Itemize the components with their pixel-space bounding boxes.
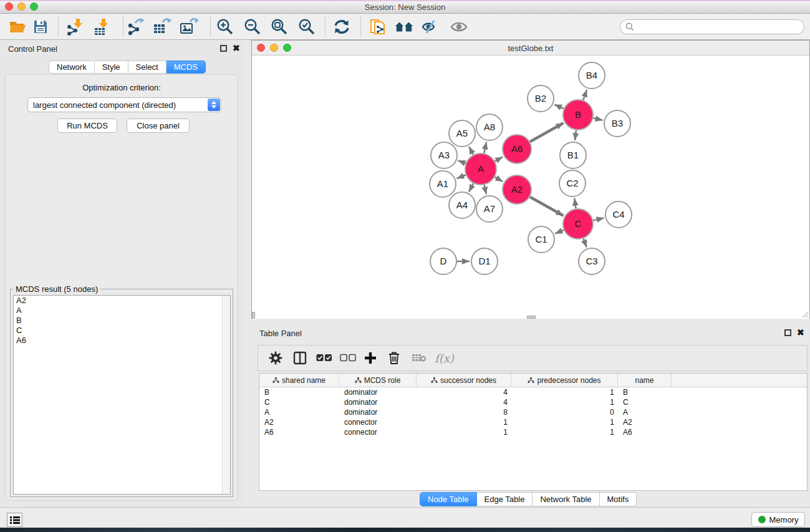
graph-node-label: B: [575, 109, 581, 120]
deselect-all-icon[interactable]: [340, 354, 356, 362]
toolbar-separator: [210, 17, 211, 37]
graph-node-label: A8: [484, 122, 495, 132]
column-header-shared-name[interactable]: shared name: [259, 374, 339, 387]
zoom-selected-icon[interactable]: [297, 17, 316, 36]
tab-network-table[interactable]: Network Table: [533, 492, 599, 506]
graph-node-label: C3: [586, 256, 597, 266]
network-graph[interactable]: AA1A2A3A4A5A6A7A8BB1B2B3B4CC1C2C3C4DD1: [252, 56, 809, 318]
export-network-icon[interactable]: [127, 17, 145, 36]
graph-edge-C-C1[interactable]: [555, 230, 564, 234]
graph-edge-A-A8[interactable]: [484, 142, 486, 153]
graph-node-label: B1: [567, 150, 579, 160]
import-network-icon[interactable]: [65, 17, 84, 36]
tab-edge-table[interactable]: Edge Table: [477, 492, 533, 506]
search-field[interactable]: [620, 19, 804, 34]
network-canvas[interactable]: AA1A2A3A4A5A6A7A8BB1B2B3B4CC1C2C3C4DD1: [252, 56, 809, 319]
criterion-dropdown[interactable]: largest connected component (directed): [27, 97, 221, 112]
graph-edge-B-B3[interactable]: [593, 118, 602, 120]
toolbar-separator: [360, 17, 361, 37]
close-panel-icon[interactable]: ✖: [797, 329, 804, 336]
eye-icon[interactable]: [450, 17, 468, 36]
table-row[interactable]: Bdominator41B: [259, 387, 807, 397]
table-header-row: shared name MCDS role successor nodes pr…: [259, 374, 807, 387]
table-panel-tabs: Node Table Edge Table Network Table Moti…: [420, 492, 637, 506]
resize-grip-icon[interactable]: [801, 311, 809, 318]
graph-node-label: A2: [511, 184, 523, 195]
graph-edge-B-B4[interactable]: [583, 90, 587, 100]
scrollbar[interactable]: [252, 312, 255, 319]
delete-icon[interactable]: [388, 351, 400, 365]
float-panel-icon[interactable]: [220, 45, 227, 52]
node-table[interactable]: shared name MCDS role successor nodes pr…: [259, 373, 808, 491]
open-session-icon[interactable]: [8, 17, 27, 36]
table-row[interactable]: Adominator80A: [259, 407, 807, 417]
mcds-result-list[interactable]: A2 A B C A6: [13, 295, 231, 495]
save-session-icon[interactable]: [31, 17, 50, 36]
delete-table-icon[interactable]: [412, 353, 427, 363]
split-columns-icon[interactable]: [293, 351, 307, 365]
run-mcds-button[interactable]: Run MCDS: [57, 118, 117, 133]
graph-edge-B-B1[interactable]: [575, 130, 576, 140]
graph-edge-A-A6[interactable]: [495, 157, 503, 162]
graph-edge-A-A7[interactable]: [485, 185, 486, 194]
graph-edge-B-B2[interactable]: [554, 105, 564, 109]
function-builder-icon[interactable]: f(x): [435, 352, 454, 365]
zoom-out-icon[interactable]: [243, 17, 262, 36]
graph-edge-A-A5[interactable]: [469, 147, 473, 155]
gear-icon[interactable]: [269, 351, 282, 365]
main-toolbar: [0, 14, 810, 40]
graph-edge-A-A1[interactable]: [456, 175, 465, 179]
scrollbar[interactable]: [527, 316, 536, 319]
application-window: Session: New Session: [0, 0, 810, 532]
graph-edge-C-C3[interactable]: [584, 238, 587, 247]
network-window-titlebar[interactable]: testGlobe.txt: [252, 41, 809, 56]
zoom-in-icon[interactable]: [216, 17, 234, 36]
list-item[interactable]: A: [14, 306, 230, 316]
import-table-icon[interactable]: [92, 17, 111, 36]
tab-style[interactable]: Style: [95, 60, 128, 74]
close-panel-icon[interactable]: ✖: [233, 45, 240, 52]
column-header-name[interactable]: name: [618, 374, 672, 387]
clone-network-icon[interactable]: [369, 17, 388, 36]
list-item[interactable]: A2: [14, 296, 230, 306]
graph-edge-C-C4[interactable]: [593, 218, 604, 220]
table-row[interactable]: Cdominator41C: [259, 397, 807, 407]
tab-motifs[interactable]: Motifs: [600, 492, 637, 506]
list-item[interactable]: A6: [14, 336, 230, 346]
control-panel-tabs: Network Style Select MCDS: [49, 60, 206, 74]
graph-node-label: D: [440, 256, 447, 266]
tab-select[interactable]: Select: [128, 60, 166, 74]
tab-mcds[interactable]: MCDS: [166, 60, 206, 74]
export-table-icon[interactable]: [153, 17, 171, 36]
graph-node-label: C: [575, 218, 582, 229]
close-panel-button[interactable]: Close panel: [127, 118, 190, 133]
scrollbar[interactable]: [222, 296, 230, 494]
column-header-mcds-role[interactable]: MCDS role: [339, 374, 417, 387]
zoom-fit-icon[interactable]: [270, 17, 289, 36]
add-icon[interactable]: [364, 352, 377, 364]
task-history-button[interactable]: [7, 513, 22, 527]
memory-button[interactable]: Memory: [751, 512, 805, 527]
graph-edge-A-A3[interactable]: [458, 160, 465, 163]
column-header-successor-nodes[interactable]: successor nodes: [417, 374, 511, 387]
graph-edge-C-C2[interactable]: [574, 198, 576, 208]
hierarchy-icon: [272, 377, 279, 384]
toggle-visibility-icon[interactable]: [422, 17, 440, 36]
first-neighbors-icon[interactable]: [395, 17, 413, 36]
table-row[interactable]: A6connector11A6: [259, 427, 807, 437]
graph-edge-A2-C[interactable]: [530, 197, 564, 216]
export-image-icon[interactable]: [180, 17, 198, 36]
tab-network[interactable]: Network: [49, 60, 95, 74]
graph-edge-A-A4[interactable]: [469, 183, 473, 192]
refresh-icon[interactable]: [332, 17, 351, 36]
graph-edge-A6-B[interactable]: [530, 123, 564, 142]
list-item[interactable]: C: [14, 326, 230, 336]
graph-edge-A-A2[interactable]: [495, 177, 503, 181]
tab-node-table[interactable]: Node Table: [420, 492, 477, 506]
float-panel-icon[interactable]: [784, 329, 791, 336]
column-header-predecessor-nodes[interactable]: predecessor nodes: [511, 374, 618, 387]
search-input[interactable]: [637, 21, 804, 32]
list-item[interactable]: B: [14, 316, 230, 326]
table-row[interactable]: A2connector11A2: [259, 417, 807, 427]
select-all-icon[interactable]: [316, 354, 332, 362]
